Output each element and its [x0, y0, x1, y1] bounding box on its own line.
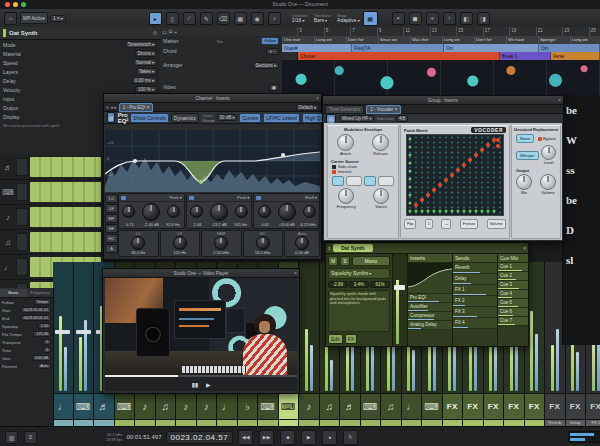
fx-button[interactable]: FX — [345, 334, 357, 344]
arranger-section[interactable] — [282, 52, 298, 60]
home-icon[interactable]: ⌂ — [4, 12, 17, 25]
editor-channel-name[interactable]: Oat Synth — [333, 244, 373, 252]
arranger-section[interactable]: Om — [539, 44, 600, 52]
snap-toggle-icon[interactable]: ▦ — [363, 11, 378, 26]
fader-cap[interactable] — [76, 330, 91, 334]
proeq-window-titlebar[interactable]: Channel : Inserts × — [104, 94, 321, 103]
channel-name-bar[interactable] — [53, 419, 73, 426]
band-type-dropdown[interactable]: Peak — [169, 195, 181, 200]
track-mute-button[interactable] — [16, 233, 28, 251]
inserts-header[interactable]: Inserts — [408, 254, 452, 263]
mute-button[interactable]: M — [328, 256, 338, 266]
close-icon[interactable]: × — [294, 270, 297, 276]
arranger-section[interactable]: Freq7/A — [352, 44, 444, 52]
bypass-led[interactable] — [538, 137, 542, 141]
browser-toggle-icon[interactable]: ≡ — [24, 431, 37, 444]
channel-name-bar[interactable] — [135, 419, 155, 426]
channel-name-bar[interactable] — [156, 419, 176, 426]
editor-fader-cap[interactable] — [394, 285, 405, 290]
play-button[interactable]: ▶ — [301, 430, 316, 445]
channel-name-bar[interactable] — [299, 419, 319, 426]
close-icon[interactable]: × — [316, 95, 319, 101]
fader-cap[interactable] — [301, 330, 316, 334]
arranger-lane-1[interactable]: Ooan# Freq7/A Om Om — [282, 44, 600, 52]
send-slot[interactable]: FX 1 — [453, 285, 497, 296]
track-header-chord[interactable]: Chord+ − — [160, 46, 282, 56]
marker-label[interactable]: Long we — [442, 36, 474, 44]
channel-name-bar[interactable] — [238, 419, 258, 426]
fader-cap[interactable] — [527, 330, 542, 334]
sidechain-radio[interactable] — [332, 165, 336, 169]
gain-knob[interactable] — [142, 203, 160, 221]
gain-knob[interactable] — [278, 203, 296, 221]
band-active-led[interactable] — [189, 196, 194, 200]
channel-name-bar[interactable]: Reverb — [545, 419, 565, 426]
insert-slot[interactable]: Analog Delay — [408, 321, 452, 330]
listen-tool-icon[interactable]: ♪ — [268, 12, 281, 25]
send-slot[interactable]: Reverb — [453, 263, 497, 274]
band-type-dropdown[interactable]: Peak — [237, 195, 249, 200]
inspector-row-value[interactable]: Takes — [136, 68, 157, 75]
q-knob[interactable] — [190, 205, 203, 218]
channel-name-bar[interactable] — [279, 419, 299, 426]
event-row-value[interactable]: 0 — [43, 339, 51, 345]
close-icon[interactable]: × — [523, 245, 526, 251]
matrix-button[interactable]: Volume — [487, 219, 506, 229]
band-knob[interactable] — [173, 236, 187, 250]
noise-wave-button[interactable] — [378, 176, 394, 186]
event-row-value[interactable]: 175.46 — [33, 331, 51, 337]
curves-button[interactable]: Curves — [239, 113, 261, 123]
quantize-selector[interactable]: Quantize 1/16 — [292, 13, 308, 23]
video-window-titlebar[interactable]: Studio One — Video Player × — [103, 269, 299, 278]
gain-knob[interactable] — [210, 203, 228, 221]
track-row[interactable]: ♬ — [0, 155, 103, 180]
track-layers-icon[interactable]: ⧉ — [169, 28, 173, 35]
channel-name-bar[interactable] — [176, 419, 196, 426]
timebase-selector[interactable]: Timebase Bars — [314, 13, 331, 23]
sidechain-value[interactable]: 4/8 — [396, 115, 408, 122]
sine-wave-button[interactable] — [332, 176, 344, 186]
band-enable-button[interactable]: HF — [105, 224, 118, 233]
menu-icon[interactable]: ≡ — [328, 245, 331, 251]
matrix-button[interactable]: ↔ — [441, 219, 451, 229]
mixer-toggle-icon[interactable]: ▥ — [5, 431, 18, 444]
band-knob[interactable] — [256, 236, 270, 250]
close-icon[interactable]: × — [558, 97, 561, 103]
mixer-channel[interactable]: ♪ — [299, 262, 320, 426]
level-knob[interactable] — [541, 145, 556, 160]
record-button[interactable]: ● — [322, 430, 337, 445]
track-row[interactable]: ♪ — [0, 205, 103, 230]
cue-slot[interactable]: Cue 7 — [498, 317, 528, 326]
toggle-right-panel-icon[interactable]: ◨ — [477, 12, 490, 25]
band-enable-button[interactable]: MF — [105, 214, 118, 223]
inspector-row-value[interactable]: 0.00 ms — [132, 77, 157, 84]
track-mute-button[interactable] — [16, 158, 28, 176]
release-knob[interactable] — [372, 134, 389, 151]
marker-label[interactable]: Was ther — [410, 36, 442, 44]
eraser-tool-icon[interactable]: ⌫ — [217, 12, 230, 25]
channel-name-bar[interactable] — [381, 419, 401, 426]
wrench-icon[interactable]: ⚙ — [153, 30, 157, 36]
cue-slot[interactable]: Cue 2 — [498, 272, 528, 281]
voices-knob[interactable] — [373, 188, 389, 204]
track-header-arranger[interactable]: ArrangerSections — [160, 56, 282, 74]
mixer-channel[interactable]: ⌨ — [74, 262, 95, 426]
inspector-row-value[interactable]: Drums — [135, 50, 157, 57]
arranger-lane-2[interactable]: Chorus Break 1 Verse — [282, 52, 600, 60]
mixer-channel[interactable]: ♩ — [53, 262, 74, 426]
edit-button[interactable]: Edit — [328, 334, 343, 344]
metronome-icon[interactable]: ▪ — [392, 12, 405, 25]
marker-label[interactable]: Don't for — [474, 36, 506, 44]
precount-icon[interactable]: ◼ — [409, 12, 422, 25]
whisper-button[interactable]: Whisper — [516, 151, 539, 160]
track-row[interactable]: ⌨ — [0, 180, 103, 205]
internal-radio[interactable] — [332, 170, 336, 174]
marker-lane[interactable]: One morLong weDon't forSince weWas therL… — [282, 36, 600, 44]
channel-name-bar[interactable]: Delay — [566, 419, 586, 426]
band-knob[interactable] — [214, 236, 228, 250]
channel-name-bar[interactable] — [484, 419, 504, 426]
event-row-value[interactable]: Auto — [37, 363, 51, 369]
band-active-led[interactable] — [256, 196, 261, 200]
follow-button[interactable]: Follow — [261, 37, 279, 45]
event-row-value[interactable]: 0023.01.01.01 — [21, 307, 51, 313]
